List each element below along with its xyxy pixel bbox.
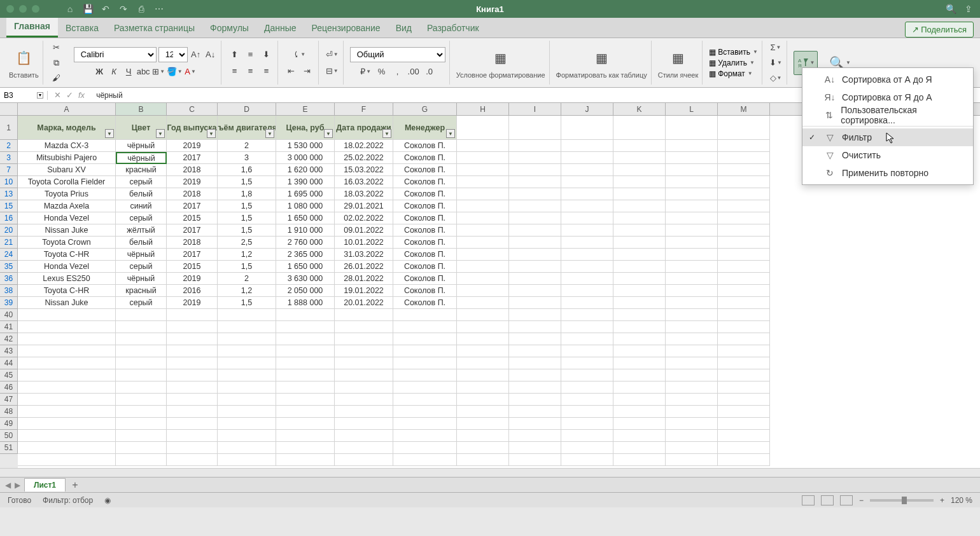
cell[interactable] — [561, 357, 613, 369]
cell[interactable] — [718, 369, 770, 381]
cell[interactable] — [561, 212, 613, 224]
cell[interactable] — [457, 333, 509, 345]
cell[interactable]: 2 050 000 — [276, 285, 335, 297]
cell[interactable]: чёрный — [116, 273, 167, 285]
sheet-nav-next-icon[interactable]: ▶ — [15, 481, 20, 490]
insert-cells-button[interactable]: ▦ Вставить ▼ — [709, 48, 758, 57]
cell[interactable] — [167, 333, 218, 345]
cell[interactable]: Соколов П. — [393, 249, 457, 261]
cell[interactable]: Subaru XV — [18, 164, 116, 176]
cell[interactable] — [666, 369, 718, 381]
cell[interactable]: Mitsubishi Pajero — [18, 152, 116, 164]
cell[interactable] — [666, 297, 718, 309]
column-filter-button[interactable]: ▼ — [382, 129, 391, 138]
decrease-font-icon[interactable]: A↓ — [204, 48, 217, 61]
cell[interactable] — [276, 394, 335, 406]
cell[interactable] — [218, 430, 276, 442]
cell[interactable] — [509, 321, 561, 333]
row-header[interactable]: 41 — [0, 321, 18, 333]
row-header[interactable]: 51 — [0, 442, 18, 454]
cell[interactable] — [613, 273, 666, 285]
cell[interactable] — [116, 454, 167, 466]
name-box-arrow-icon[interactable]: ▼ — [37, 92, 43, 99]
menu-custom-sort[interactable]: ⇅ Пользовательская сортировка... — [802, 106, 973, 124]
cell[interactable] — [393, 369, 457, 381]
cell[interactable]: 1,5 — [218, 212, 276, 224]
cell[interactable] — [666, 454, 718, 466]
cell[interactable]: 2 365 000 — [276, 249, 335, 261]
cell[interactable]: серый — [116, 261, 167, 273]
cell[interactable] — [509, 224, 561, 237]
cell[interactable]: 2018 — [167, 164, 218, 176]
cell[interactable] — [718, 309, 770, 321]
cell[interactable] — [509, 333, 561, 345]
cell[interactable]: 2019 — [167, 140, 218, 152]
cell[interactable]: 1 910 000 — [276, 224, 335, 237]
column-header[interactable]: C — [167, 103, 218, 115]
cell[interactable] — [393, 321, 457, 333]
cell[interactable] — [561, 224, 613, 237]
cell[interactable] — [335, 345, 393, 357]
cell[interactable]: Toyota Crown — [18, 237, 116, 249]
cell[interactable]: 2 — [218, 140, 276, 152]
cell[interactable] — [116, 369, 167, 381]
cell[interactable] — [718, 406, 770, 418]
column-header[interactable]: G — [393, 103, 457, 115]
cell[interactable]: 2,5 — [218, 237, 276, 249]
cell[interactable] — [335, 321, 393, 333]
cell[interactable] — [509, 237, 561, 249]
cell[interactable] — [613, 369, 666, 381]
cell[interactable] — [393, 333, 457, 345]
search-icon[interactable]: 🔍 — [946, 4, 956, 14]
cell[interactable] — [613, 261, 666, 273]
fill-icon[interactable]: ⬇▼ — [769, 56, 783, 69]
cell[interactable] — [18, 454, 116, 466]
cell[interactable]: жёлтый — [116, 224, 167, 237]
cell[interactable]: 15.03.2022 — [335, 164, 393, 176]
row-header[interactable]: 44 — [0, 357, 18, 369]
cell[interactable] — [218, 381, 276, 394]
cell[interactable] — [116, 345, 167, 357]
accept-formula-icon[interactable]: ✓ — [66, 90, 73, 100]
cell[interactable]: 1 695 000 — [276, 188, 335, 200]
cell[interactable] — [457, 176, 509, 188]
cell[interactable] — [509, 212, 561, 224]
row-header[interactable]: 24 — [0, 249, 18, 261]
cell[interactable] — [509, 430, 561, 442]
cell[interactable] — [561, 418, 613, 430]
cell[interactable]: Mazda Axela — [18, 200, 116, 212]
cell[interactable]: Соколов П. — [393, 164, 457, 176]
cell[interactable] — [457, 200, 509, 212]
cell[interactable]: Дата продажи▼ — [335, 116, 393, 140]
print-icon[interactable]: ⎙ — [136, 4, 146, 14]
cell[interactable]: 09.01.2022 — [335, 224, 393, 237]
cell[interactable]: 1 530 000 — [276, 140, 335, 152]
cell[interactable] — [613, 140, 666, 152]
cell[interactable] — [457, 140, 509, 152]
cell[interactable] — [393, 381, 457, 394]
column-header[interactable]: I — [509, 103, 561, 115]
cell[interactable] — [613, 357, 666, 369]
cell[interactable] — [718, 140, 770, 152]
cell[interactable] — [718, 224, 770, 237]
cell[interactable] — [666, 116, 718, 140]
cell[interactable] — [116, 357, 167, 369]
cell[interactable] — [457, 394, 509, 406]
cell[interactable] — [613, 309, 666, 321]
cell[interactable]: 2017 — [167, 200, 218, 212]
cell[interactable] — [666, 224, 718, 237]
cell[interactable] — [393, 345, 457, 357]
cell[interactable] — [116, 442, 167, 454]
cell[interactable] — [509, 200, 561, 212]
sheet-tab[interactable]: Лист1 — [24, 478, 66, 491]
column-header[interactable]: M — [718, 103, 770, 115]
cell[interactable]: Менеджер▼ — [393, 116, 457, 140]
record-macro-icon[interactable]: ◉ — [104, 496, 111, 505]
row-header[interactable]: 35 — [0, 261, 18, 273]
cell[interactable]: серый — [116, 212, 167, 224]
cell[interactable]: 1 620 000 — [276, 164, 335, 176]
cell[interactable] — [335, 454, 393, 466]
cell[interactable] — [457, 321, 509, 333]
column-header[interactable]: J — [561, 103, 613, 115]
add-sheet-button[interactable]: + — [69, 479, 81, 491]
